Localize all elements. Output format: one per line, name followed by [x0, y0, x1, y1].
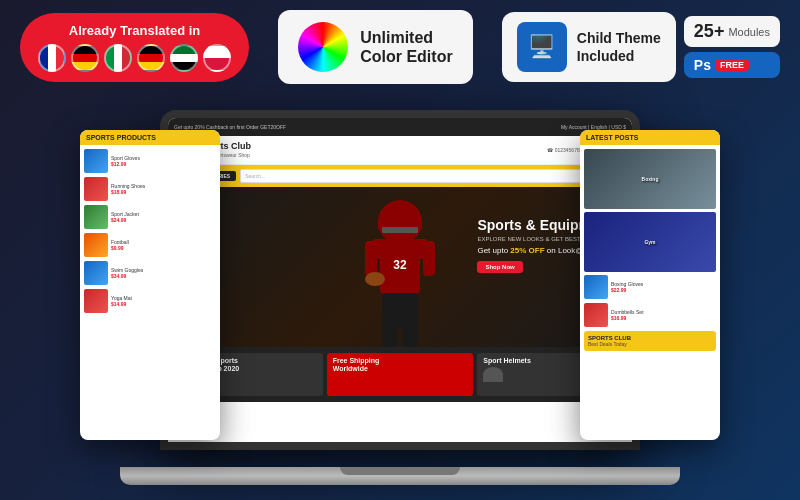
svg-rect-11 [382, 307, 398, 347]
right-panel: LATEST POSTS Boxing Gym Boxing Gloves $2… [580, 130, 720, 440]
player-svg: 32 [360, 197, 440, 347]
site-nav-bar: SHOP CATEGORIES Search... Search [168, 165, 632, 187]
product-image [84, 177, 108, 201]
flags-row [38, 44, 231, 72]
translated-title: Already Translated in [69, 23, 201, 38]
site-hero: 32 Sports & Equipment [168, 187, 632, 347]
list-item: Sport Gloves $12.99 [84, 149, 216, 173]
child-theme-badge: 🖥️ Child Theme Included [502, 12, 676, 82]
product-info: Football $9.99 [111, 239, 216, 252]
product-image [84, 205, 108, 229]
product-image [84, 289, 108, 313]
product-image [84, 233, 108, 257]
color-wheel-icon [298, 22, 348, 72]
product-info: Swim Goggles $34.99 [111, 267, 216, 280]
flag-fr [38, 44, 66, 72]
child-theme-text: Child Theme Included [577, 29, 661, 65]
promo-card-2: Free Shipping Worldwide [327, 353, 474, 396]
right-panel-header: LATEST POSTS [580, 130, 720, 145]
product-image [84, 261, 108, 285]
shop-now-button[interactable]: Shop Now [477, 261, 522, 273]
list-item: Yoga Mat $14.99 [84, 289, 216, 313]
left-panel: SPORTS PRODUCTS Sport Gloves $12.99 Runn… [80, 130, 220, 440]
flag-de2 [137, 44, 165, 72]
search-bar[interactable]: Search... [240, 169, 589, 183]
hero-player: 32 [360, 197, 440, 347]
ps-badge: Ps FREE [684, 52, 780, 78]
right-panel-img-boxing: Boxing [584, 149, 716, 209]
color-editor-text: Unlimited Color Editor [360, 28, 452, 66]
product-info: Yoga Mat $14.99 [111, 295, 216, 308]
color-editor-badge: Unlimited Color Editor [278, 10, 472, 84]
list-item: Football $9.99 [84, 233, 216, 257]
modules-label: Modules [728, 26, 770, 38]
laptop-notch [340, 467, 460, 475]
svg-rect-7 [365, 241, 377, 276]
modules-group: 25+ Modules Ps FREE [684, 16, 780, 78]
site-topbar: Get upto 20% Cashback on first Order GET… [168, 118, 632, 136]
product-info: Running Shoes $18.99 [111, 183, 216, 196]
list-item: Sport Jacket $24.99 [84, 205, 216, 229]
laptop-screen: Get upto 20% Cashback on first Order GET… [168, 118, 632, 442]
product-info: Dumbbells Set $16.99 [611, 309, 716, 322]
flag-pl [203, 44, 231, 72]
left-panel-body: Sport Gloves $12.99 Running Shoes $18.99… [80, 145, 220, 321]
list-item: Boxing Gloves $22.99 [584, 275, 716, 299]
badges-row: Already Translated in Unlimited Color Ed… [0, 10, 800, 84]
svg-rect-8 [423, 241, 435, 276]
svg-point-9 [365, 272, 385, 286]
child-theme-icon: 🖥️ [517, 22, 567, 72]
product-info: Sport Gloves $12.99 [111, 155, 216, 168]
promo-bar: Energetic Sports Sports Club 2020 Shop N… [168, 347, 632, 402]
product-image [584, 303, 608, 327]
left-panel-header: SPORTS PRODUCTS [80, 130, 220, 145]
list-item: Dumbbells Set $16.99 [584, 303, 716, 327]
svg-rect-12 [402, 307, 418, 347]
list-item: Running Shoes $18.99 [84, 177, 216, 201]
flag-ae [170, 44, 198, 72]
free-tag: FREE [715, 59, 749, 71]
modules-count: 25+ [694, 21, 725, 42]
helmet-icon [483, 367, 503, 382]
list-item: Swim Goggles $34.99 [84, 261, 216, 285]
product-info: Sport Jacket $24.99 [111, 211, 216, 224]
flag-de [71, 44, 99, 72]
ps-label: Ps [694, 57, 711, 73]
translated-badge: Already Translated in [20, 13, 249, 82]
right-panel-body: Boxing Gym Boxing Gloves $22.99 Dumbbell… [580, 145, 720, 355]
svg-rect-2 [382, 227, 418, 233]
product-image [84, 149, 108, 173]
right-panel-img-gym: Gym [584, 212, 716, 272]
site-header: ⚽ Sports Club Your Sportswear Shop ☎ 012… [168, 136, 632, 165]
modules-badge: 25+ Modules [684, 16, 780, 47]
right-panel-promo: SPORTS CLUB Best Deals Today [584, 331, 716, 351]
child-modules-group: 🖥️ Child Theme Included 25+ Modules Ps F… [502, 12, 780, 82]
laptop-area: SPORTS PRODUCTS Sport Gloves $12.99 Runn… [80, 110, 720, 485]
flag-it [104, 44, 132, 72]
product-image [584, 275, 608, 299]
svg-text:32: 32 [393, 258, 407, 272]
laptop-base [120, 467, 680, 485]
laptop-frame: Get upto 20% Cashback on first Order GET… [160, 110, 640, 450]
product-info: Boxing Gloves $22.99 [611, 281, 716, 294]
